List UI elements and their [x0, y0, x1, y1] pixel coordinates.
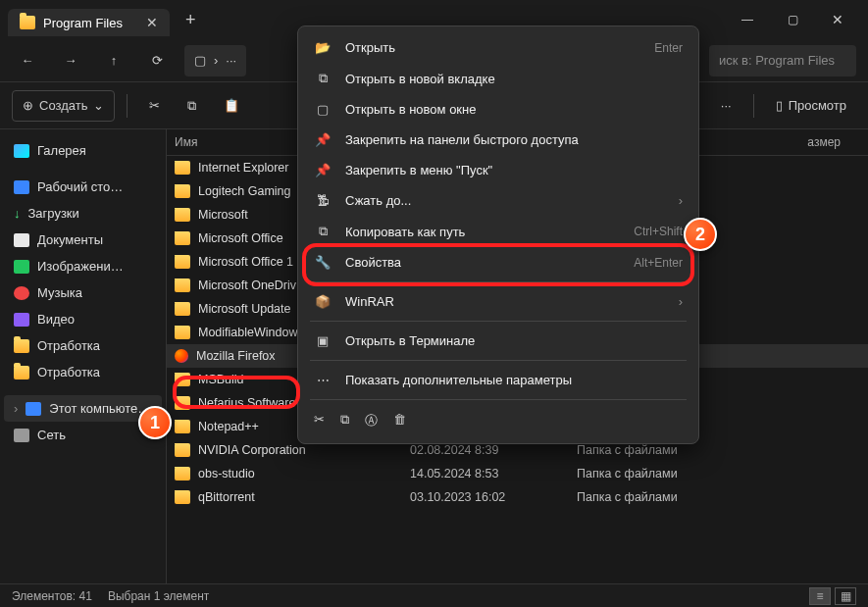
create-button[interactable]: ⊕ Создать ⌄ [12, 90, 115, 122]
sidebar-item-work1[interactable]: Отработка [4, 332, 162, 359]
ctx-open-tab[interactable]: ⧉Открыть в новой вкладке [298, 63, 698, 94]
file-name: obs-studio [198, 467, 255, 481]
new-tab-button[interactable]: + [185, 10, 196, 30]
copy-button[interactable]: ⧉ [178, 90, 206, 122]
sidebar-label: Рабочий сто… [37, 179, 123, 194]
paste-button[interactable]: 📋 [214, 90, 249, 122]
ctx-label: Сжать до... [345, 193, 411, 208]
network-icon [14, 429, 29, 442]
tab-close-icon[interactable]: ✕ [146, 15, 158, 30]
ctx-shortcut: Enter [654, 41, 683, 55]
refresh-button[interactable]: ⟳ [141, 45, 173, 76]
col-size[interactable]: азмер [724, 135, 860, 149]
firefox-icon [175, 349, 188, 363]
table-row[interactable]: obs-studio14.05.2024 8:53Папка с файлами [167, 462, 868, 485]
ctx-open-window[interactable]: ▢Открыть в новом окне [298, 94, 698, 125]
ctx-open[interactable]: 📂ОткрытьEnter [298, 32, 698, 63]
file-type: Папка с файлами [577, 467, 724, 481]
view-button[interactable]: ▯ Просмотр [766, 90, 856, 122]
ctx-copy-path[interactable]: ⧉Копировать как путьCtrl+Shift [298, 216, 698, 247]
file-name: Microsoft OneDriv [198, 278, 296, 292]
separator [753, 94, 754, 118]
cut-button[interactable]: ✂ [139, 90, 170, 122]
download-icon: ↓ [14, 206, 21, 221]
sidebar-item-videos[interactable]: Видео [4, 306, 162, 332]
table-row[interactable]: qBittorrent03.10.2023 16:02Папка с файла… [167, 485, 868, 509]
minimize-button[interactable]: — [725, 4, 770, 35]
back-button[interactable]: ← [12, 45, 43, 76]
file-name: Logitech Gaming [198, 184, 291, 198]
folder-icon [175, 208, 190, 222]
pc-icon [26, 402, 41, 416]
chevron-right-icon: › [679, 193, 683, 208]
folder-icon [20, 16, 35, 29]
cut-icon[interactable]: ✂ [314, 412, 325, 430]
folder-icon [175, 396, 190, 410]
search-placeholder: иск в: Program Files [719, 53, 835, 68]
copy-icon[interactable]: ⧉ [340, 412, 349, 430]
file-name: Mozilla Firefox [196, 349, 276, 363]
more-icon[interactable]: ··· [226, 53, 236, 68]
ctx-terminal[interactable]: ▣Открыть в Терминале [298, 326, 698, 356]
search-input[interactable]: иск в: Program Files [709, 45, 856, 76]
ctx-pin-quick[interactable]: 📌Закрепить на панели быстрого доступа [298, 125, 698, 155]
file-name: MSBuild [198, 373, 244, 386]
ctx-label: Закрепить в меню "Пуск" [345, 163, 492, 177]
sidebar-item-gallery[interactable]: Галерея [4, 137, 162, 164]
item-count: Элементов: 41 [12, 589, 92, 603]
badge-1: 1 [138, 406, 172, 439]
more-button[interactable]: ··· [711, 90, 741, 122]
sidebar-item-pictures[interactable]: Изображени… [4, 253, 162, 279]
sidebar-label: Отработка [37, 365, 100, 379]
tab-program-files[interactable]: Program Files ✕ [8, 9, 170, 36]
ctx-pin-start[interactable]: 📌Закрепить в меню "Пуск" [298, 155, 698, 185]
details-view-button[interactable]: ≡ [809, 587, 831, 605]
forward-button[interactable]: → [55, 45, 86, 76]
file-name: Microsoft [198, 208, 248, 222]
ctx-shortcut: Ctrl+Shift [634, 225, 683, 238]
window-controls: — ▢ ✕ [725, 4, 860, 35]
sidebar-item-music[interactable]: Музыка [4, 279, 162, 306]
folder-icon [175, 490, 190, 504]
delete-icon[interactable]: 🗑 [393, 412, 406, 430]
terminal-icon: ▣ [314, 333, 332, 348]
file-date: 14.05.2024 8:53 [410, 467, 577, 481]
video-icon [14, 313, 29, 327]
file-name: Microsoft Office 1 [198, 255, 293, 269]
chevron-down-icon: ⌄ [93, 98, 104, 113]
folder-icon [175, 467, 190, 481]
file-name: Microsoft Update [198, 302, 290, 316]
ctx-more-options[interactable]: ⋯Показать дополнительные параметры [298, 365, 698, 395]
maximize-button[interactable]: ▢ [770, 4, 815, 35]
sidebar-label: Музыка [37, 285, 82, 300]
sidebar-item-desktop[interactable]: Рабочий сто… [4, 174, 162, 200]
file-date: 02.08.2024 8:39 [410, 443, 577, 457]
ctx-label: Открыть в Терминале [345, 333, 475, 348]
sidebar-label: Документы [37, 232, 103, 247]
chevron-right-icon: › [214, 53, 218, 68]
rename-icon[interactable]: Ⓐ [365, 412, 378, 430]
file-name: Notepad++ [198, 420, 259, 433]
ctx-winrar[interactable]: 📦WinRAR› [298, 286, 698, 317]
separator [127, 94, 128, 118]
sidebar-label: Этот компьюте… [49, 401, 150, 416]
address-bar[interactable]: ▢ › ··· [184, 45, 246, 76]
ctx-label: Закрепить на панели быстрого доступа [345, 132, 579, 147]
ctx-compress[interactable]: 🗜Сжать до...› [298, 185, 698, 216]
ctx-action-bar: ✂ ⧉ Ⓐ 🗑 [298, 404, 698, 437]
view-label: Просмотр [789, 98, 846, 113]
sidebar-item-work2[interactable]: Отработка [4, 359, 162, 385]
wrench-icon: 🔧 [314, 255, 332, 270]
sidebar-label: Галерея [37, 143, 86, 158]
sidebar-label: Сеть [37, 428, 66, 442]
up-button[interactable]: ↑ [98, 45, 129, 76]
badge-2: 2 [684, 218, 717, 251]
grid-view-button[interactable]: ▦ [835, 587, 856, 605]
close-button[interactable]: ✕ [815, 4, 860, 35]
ctx-label: Открыть [345, 40, 395, 55]
window-icon: ▢ [314, 102, 332, 117]
ctx-properties[interactable]: 🔧СвойстваAlt+Enter [298, 247, 698, 278]
sidebar-item-downloads[interactable]: ↓Загрузки [4, 200, 162, 227]
ctx-label: WinRAR [345, 294, 394, 309]
sidebar-item-documents[interactable]: Документы [4, 227, 162, 253]
